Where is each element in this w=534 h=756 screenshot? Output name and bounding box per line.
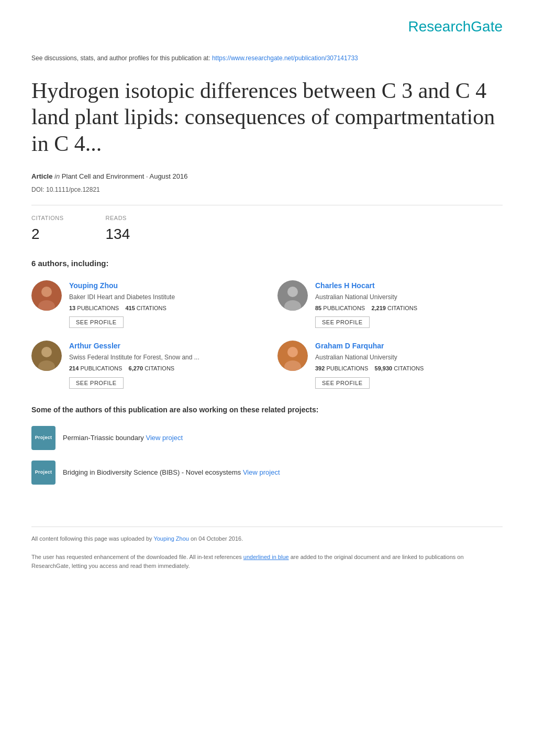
authors-grid: Youping Zhou Baker IDI Heart and Diabete…	[31, 280, 503, 389]
author-affiliation-3: Australian National University	[315, 353, 503, 362]
page-container: ResearchGate See discussions, stats, and…	[0, 0, 534, 602]
author-info-2: Arthur Gessler Swiss Federal Institute f…	[69, 341, 257, 389]
footer: All content following this page was uplo…	[31, 527, 503, 571]
author-info-3: Graham D Farquhar Australian National Un…	[315, 341, 503, 389]
researchgate-logo: ResearchGate	[408, 18, 503, 35]
publication-link[interactable]: https://www.researchgate.net/publication…	[212, 54, 358, 62]
author-affiliation-2: Swiss Federal Institute for Forest, Snow…	[69, 353, 257, 362]
citations-value: 2	[31, 223, 64, 245]
author-card-0: Youping Zhou Baker IDI Heart and Diabete…	[31, 280, 257, 328]
author-name-0[interactable]: Youping Zhou	[69, 280, 257, 291]
citations-block: CITATIONS 2	[31, 214, 64, 246]
authors-heading: 6 authors, including:	[31, 258, 503, 270]
author-stats-1: 85 PUBLICATIONS 2,219 CITATIONS	[315, 304, 503, 313]
citations-label: CITATIONS	[31, 214, 64, 223]
view-project-link-0[interactable]: View project	[146, 434, 183, 442]
author-stats-3: 392 PUBLICATIONS 59,930 CITATIONS	[315, 364, 503, 373]
avatar-charles	[277, 280, 308, 311]
project-text-0: Permian-Triassic boundary View project	[63, 433, 183, 443]
project-badge-1: Project	[31, 461, 55, 485]
footer-upload-line: All content following this page was uplo…	[31, 534, 503, 544]
author-card-1: Charles H Hocart Australian National Uni…	[277, 280, 503, 328]
article-doi: DOI: 10.1111/pce.12821	[31, 185, 503, 194]
svg-point-1	[41, 287, 52, 297]
author-info-1: Charles H Hocart Australian National Uni…	[315, 280, 503, 328]
stats-row: CITATIONS 2 READS 134	[31, 214, 503, 246]
project-badge-0: Project	[31, 426, 55, 450]
avatar-arthur	[31, 341, 62, 371]
author-card-3: Graham D Farquhar Australian National Un…	[277, 341, 503, 389]
project-item-0: Project Permian-Triassic boundary View p…	[31, 426, 503, 450]
author-stats-2: 214 PUBLICATIONS 6,270 CITATIONS	[69, 364, 257, 373]
article-meta: Article in Plant Cell and Environment · …	[31, 171, 503, 182]
header: ResearchGate	[31, 16, 503, 38]
see-profile-button-0[interactable]: SEE PROFILE	[69, 316, 124, 328]
related-projects-heading: Some of the authors of this publication …	[31, 404, 503, 415]
article-in-text: in	[54, 172, 62, 180]
reads-label: READS	[106, 214, 130, 223]
author-stats-0: 13 PUBLICATIONS 415 CITATIONS	[69, 304, 257, 313]
article-type-label: Article	[31, 172, 52, 180]
author-name-3[interactable]: Graham D Farquhar	[315, 341, 503, 352]
promo-text: See discussions, stats, and author profi…	[31, 53, 503, 63]
project-text-1: Bridging in Biodiversity Science (BIBS) …	[63, 467, 280, 478]
footer-notice: The user has requested enhancement of th…	[31, 553, 503, 571]
svg-point-7	[41, 347, 52, 357]
see-profile-button-3[interactable]: SEE PROFILE	[315, 377, 370, 389]
author-card-2: Arthur Gessler Swiss Federal Institute f…	[31, 341, 257, 389]
author-name-1[interactable]: Charles H Hocart	[315, 280, 503, 291]
author-affiliation-0: Baker IDI Heart and Diabetes Institute	[69, 292, 257, 302]
author-affiliation-1: Australian National University	[315, 292, 503, 302]
reads-block: READS 134	[106, 214, 130, 246]
reads-value: 134	[106, 223, 130, 245]
view-project-link-1[interactable]: View project	[243, 468, 280, 476]
underlined-blue-text: underlined in blue	[243, 554, 289, 560]
article-journal: Plant Cell and Environment · August 2016	[62, 172, 188, 180]
avatar-graham	[277, 341, 308, 371]
see-profile-button-2[interactable]: SEE PROFILE	[69, 377, 124, 389]
author-name-2[interactable]: Arthur Gessler	[69, 341, 257, 352]
author-info-0: Youping Zhou Baker IDI Heart and Diabete…	[69, 280, 257, 328]
divider-top	[31, 205, 503, 205]
uploader-link[interactable]: Youping Zhou	[153, 535, 189, 542]
project-item-1: Project Bridging in Biodiversity Science…	[31, 461, 503, 485]
see-profile-button-1[interactable]: SEE PROFILE	[315, 316, 370, 328]
svg-point-10	[287, 347, 298, 357]
article-title: Hydrogen isotopic differences between C …	[31, 78, 503, 157]
svg-point-4	[287, 287, 298, 297]
avatar-youping	[31, 280, 62, 311]
